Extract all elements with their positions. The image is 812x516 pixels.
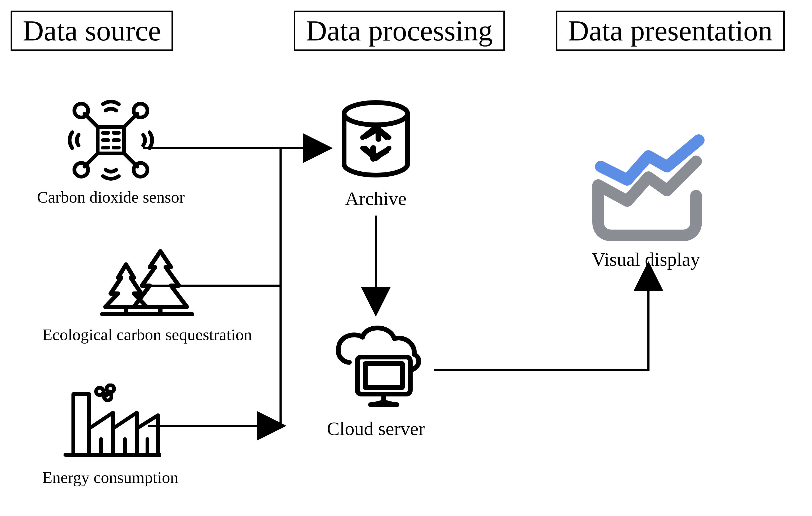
node-factory-label: Energy consumption bbox=[42, 468, 178, 487]
cloud-server-icon bbox=[325, 317, 426, 413]
node-visual-label: Visual display bbox=[591, 249, 700, 271]
node-cloud: Cloud server bbox=[325, 317, 426, 440]
svg-point-14 bbox=[134, 163, 147, 177]
svg-point-11 bbox=[75, 104, 88, 117]
header-data-processing-text: Data processing bbox=[306, 14, 493, 47]
header-data-source-text: Data source bbox=[23, 14, 161, 47]
node-trees-label: Ecological carbon sequestration bbox=[42, 325, 252, 344]
factory-icon bbox=[60, 384, 161, 463]
svg-line-24 bbox=[108, 391, 110, 394]
svg-line-23 bbox=[103, 394, 106, 396]
node-trees: Ecological carbon sequestration bbox=[42, 246, 252, 344]
trees-icon bbox=[99, 246, 195, 320]
node-sensor-label: Carbon dioxide sensor bbox=[37, 188, 185, 207]
node-visual: Visual display bbox=[582, 132, 709, 271]
svg-rect-33 bbox=[365, 364, 402, 388]
node-sensor: Carbon dioxide sensor bbox=[37, 98, 185, 207]
archive-icon bbox=[334, 98, 418, 182]
node-archive-label: Archive bbox=[345, 188, 407, 210]
svg-point-29 bbox=[344, 102, 408, 125]
svg-point-12 bbox=[134, 104, 147, 117]
svg-line-37 bbox=[384, 402, 394, 405]
node-cloud-label: Cloud server bbox=[327, 418, 425, 440]
visual-display-icon bbox=[582, 132, 709, 243]
header-data-processing: Data processing bbox=[294, 10, 505, 51]
node-factory: Energy consumption bbox=[42, 384, 178, 487]
node-archive: Archive bbox=[334, 98, 418, 210]
svg-marker-15 bbox=[134, 251, 187, 307]
header-data-presentation-text: Data presentation bbox=[568, 14, 773, 47]
sensor-icon bbox=[66, 98, 156, 182]
header-data-source: Data source bbox=[10, 10, 173, 51]
header-data-presentation: Data presentation bbox=[556, 10, 785, 51]
svg-point-13 bbox=[75, 163, 88, 177]
